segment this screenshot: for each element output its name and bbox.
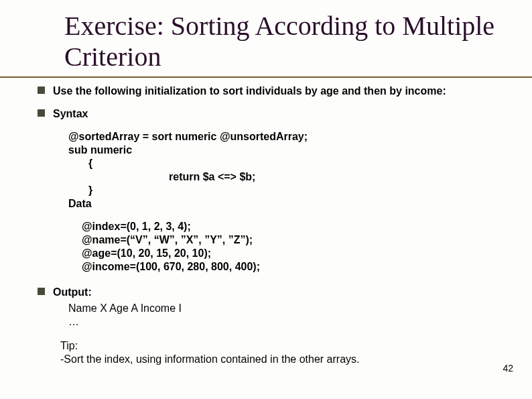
bullet-output: Output:	[38, 286, 494, 299]
square-bullet-icon	[38, 109, 45, 117]
data-code-block: @index=(0, 1, 2, 3, 4); @name=(“V”, “W”,…	[82, 220, 494, 274]
bullet-output-text: Output:	[53, 286, 92, 299]
bullet-intro: Use the following initialization to sort…	[38, 84, 494, 98]
syntax-code-block: @sortedArray = sort numeric @unsortedArr…	[68, 130, 494, 211]
tip-block: Tip: -Sort the index, using information …	[60, 339, 494, 366]
code-line: @age=(10, 20, 15, 20, 10);	[82, 247, 494, 260]
code-line: {	[88, 157, 494, 170]
bullet-syntax: Syntax	[38, 107, 494, 121]
tip-label: Tip:	[60, 339, 494, 353]
code-line: @index=(0, 1, 2, 3, 4);	[82, 220, 494, 233]
slide-content: Use the following initialization to sort…	[0, 84, 532, 366]
bullet-syntax-text: Syntax	[53, 107, 88, 121]
page-number: 42	[503, 363, 513, 374]
square-bullet-icon	[38, 87, 45, 94]
code-line: @sortedArray = sort numeric @unsortedArr…	[68, 130, 494, 144]
title-underline	[0, 76, 532, 78]
tip-text: -Sort the index, using information conta…	[60, 353, 494, 366]
output-block: Name X Age A Income I …	[68, 302, 494, 329]
output-header: Name X Age A Income I	[68, 302, 494, 315]
code-line: @income=(100, 670, 280, 800, 400);	[82, 260, 494, 274]
code-line: sub numeric	[68, 144, 494, 157]
slide-title: Exercise: Sorting According to Multiple …	[0, 0, 532, 72]
square-bullet-icon	[38, 288, 45, 295]
code-line: }	[88, 184, 494, 197]
code-line: @name=(“V”, “W”, ”X”, ”Y”, ”Z”);	[82, 233, 494, 247]
code-line: Data	[68, 197, 494, 211]
code-line: return $a <=> $b;	[169, 170, 494, 184]
output-ellipsis: …	[68, 315, 494, 329]
bullet-intro-text: Use the following initialization to sort…	[53, 84, 446, 98]
